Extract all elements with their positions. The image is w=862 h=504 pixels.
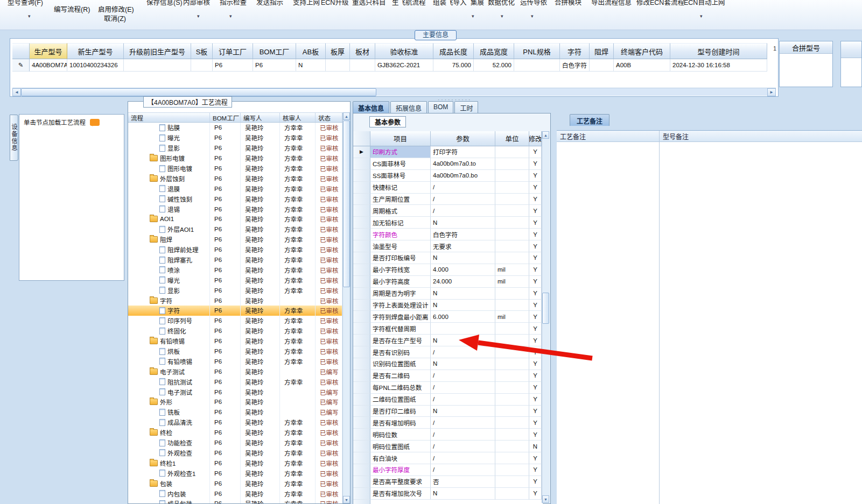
tree-row[interactable]: 电子测试P6吴艳玲已编写 — [128, 366, 342, 377]
merge-model-body[interactable] — [780, 54, 832, 87]
process-node[interactable]: 功能检查 — [128, 438, 210, 448]
dropdown-caret-icon[interactable]: ▾ — [28, 13, 31, 19]
auditor-cell[interactable]: 方幸幸 — [280, 448, 316, 458]
param-mod-cell[interactable]: Y — [529, 464, 542, 476]
status-cell[interactable]: 已审核 — [316, 438, 342, 448]
auditor-cell[interactable]: 方幸幸 — [280, 377, 316, 387]
cell[interactable]: 10010400234326 — [67, 59, 124, 72]
menu-item[interactable]: 远传导依 — [520, 0, 547, 7]
status-cell[interactable]: 已审核 — [316, 285, 342, 295]
factory-cell[interactable]: P6 — [210, 295, 241, 306]
cell[interactable] — [191, 59, 213, 72]
param-value-cell[interactable]: / — [431, 182, 495, 194]
param-unit-cell[interactable] — [495, 417, 529, 429]
param-mod-cell[interactable]: Y — [529, 335, 542, 346]
writer-cell[interactable]: 吴艳玲 — [241, 438, 280, 448]
param-column-header[interactable]: 项目 — [370, 131, 431, 146]
param-item-cell[interactable]: 周期格式 — [370, 205, 431, 217]
factory-cell[interactable]: P6 — [210, 366, 241, 377]
param-vertical-scrollbar[interactable]: ▲ ▼ — [542, 131, 550, 503]
param-value-cell[interactable]: N — [431, 406, 495, 417]
column-header[interactable]: PNL规格 — [514, 43, 560, 59]
param-mod-cell[interactable]: Y — [529, 417, 542, 429]
process-node[interactable]: 曝光 — [128, 275, 210, 285]
param-row[interactable]: 油墨型号无要求Y — [353, 240, 543, 252]
factory-cell[interactable]: P6 — [210, 194, 241, 204]
param-item-cell[interactable]: 最小字符高度 — [370, 276, 431, 288]
status-cell[interactable]: 已编写 — [316, 387, 342, 397]
tree-row[interactable]: 功能检查P6吴艳玲方幸幸已审核 — [128, 438, 342, 448]
tree-row[interactable]: 字符P6吴艳玲已审核 — [128, 295, 342, 306]
process-node[interactable]: 电子测试 — [128, 387, 210, 397]
status-cell[interactable]: 已审核 — [316, 499, 342, 503]
param-value-cell[interactable]: / — [431, 382, 495, 394]
process-node[interactable]: 包装 — [128, 478, 210, 488]
writer-cell[interactable]: 吴艳玲 — [241, 214, 280, 224]
param-item-cell[interactable]: 明码位数 — [370, 429, 431, 441]
factory-cell[interactable]: P6 — [210, 173, 241, 183]
param-mod-cell[interactable]: Y — [529, 240, 542, 252]
tree-row[interactable]: 铣板P6吴艳玲已编写 — [128, 407, 342, 417]
writer-cell[interactable]: 吴艳玲 — [241, 194, 280, 204]
auditor-cell[interactable]: 方幸幸 — [280, 164, 316, 174]
status-cell[interactable]: 已审核 — [316, 346, 342, 357]
select-all-header[interactable] — [12, 43, 30, 59]
param-item-cell[interactable]: 是否高平整度要求 — [370, 476, 431, 488]
param-mod-cell[interactable]: Y — [529, 370, 542, 382]
tree-row[interactable]: 贴膜P6吴艳玲方幸幸已审核 — [128, 123, 342, 133]
param-item-cell[interactable]: 印刷方式 — [370, 146, 431, 158]
param-row[interactable]: 有白油块/Y — [353, 452, 543, 464]
factory-cell[interactable]: P6 — [210, 123, 241, 133]
cell[interactable] — [124, 59, 191, 72]
param-value-cell[interactable]: / — [431, 370, 495, 382]
menu-item[interactable]: 组装飞导入 — [433, 0, 467, 7]
status-cell[interactable]: 已审核 — [316, 245, 342, 255]
factory-cell[interactable]: P6 — [210, 428, 241, 438]
factory-cell[interactable]: P6 — [210, 356, 241, 366]
factory-cell[interactable]: P6 — [210, 204, 241, 214]
cell[interactable] — [326, 59, 350, 72]
menu-item[interactable]: 导出流程信息 — [591, 0, 632, 7]
param-unit-cell[interactable] — [495, 394, 529, 406]
menu-item[interactable]: 重选只科目 — [352, 0, 386, 7]
param-mod-cell[interactable]: Y — [529, 194, 542, 205]
column-header[interactable]: 新生产型号 — [67, 43, 124, 59]
param-mod-cell[interactable]: Y — [529, 158, 542, 170]
process-node[interactable]: 字符 — [128, 306, 210, 316]
auditor-cell[interactable]: 方幸幸 — [280, 428, 316, 438]
menu-item[interactable]: 保存信息(S) — [146, 0, 183, 7]
param-row[interactable]: 字符到焊盘最小距离6.000milY — [353, 311, 543, 323]
cell[interactable]: GJB362C-2021 — [375, 59, 433, 72]
param-value-cell[interactable]: N — [431, 358, 495, 370]
cell[interactable]: A00B — [614, 59, 670, 72]
auditor-cell[interactable] — [280, 387, 316, 397]
process-node[interactable]: 终检 — [128, 428, 210, 438]
factory-cell[interactable]: P6 — [210, 468, 241, 478]
auditor-cell[interactable]: 方幸幸 — [280, 143, 316, 153]
cell[interactable]: N — [296, 59, 326, 72]
process-node[interactable]: 曝光 — [128, 133, 210, 143]
factory-cell[interactable]: P6 — [210, 407, 241, 417]
param-item-cell[interactable]: 是否有识别码 — [370, 346, 431, 358]
auditor-cell[interactable] — [280, 366, 316, 377]
writer-cell[interactable]: 吴艳玲 — [241, 488, 280, 499]
param-value-cell[interactable]: / — [431, 441, 495, 452]
param-value-cell[interactable]: N — [431, 252, 495, 264]
param-item-cell[interactable]: 加无铅标记 — [370, 217, 431, 229]
param-item-cell[interactable]: 每PNL二维码总数 — [370, 382, 431, 394]
column-header[interactable]: 升级前旧生产型号 — [124, 43, 191, 59]
auditor-cell[interactable]: 方幸幸 — [280, 326, 316, 336]
auditor-cell[interactable]: 方幸幸 — [280, 356, 316, 366]
auditor-cell[interactable]: 方幸幸 — [280, 214, 316, 224]
factory-cell[interactable]: P6 — [210, 265, 241, 275]
param-row[interactable]: 是否打印二维码NY — [353, 406, 543, 417]
factory-cell[interactable]: P6 — [210, 488, 241, 499]
param-unit-cell[interactable]: mil — [495, 276, 529, 288]
menu-item[interactable]: 型号查询(F) — [8, 0, 43, 7]
param-item-cell[interactable]: 是否有增加批次号 — [370, 488, 431, 500]
param-row[interactable]: 最小字符高度24.000milY — [353, 276, 543, 288]
param-value-cell[interactable]: N — [431, 488, 495, 500]
cell[interactable] — [590, 59, 614, 72]
factory-cell[interactable]: P6 — [210, 458, 241, 468]
device-info-vertical-tab[interactable]: 设备信息 — [10, 115, 18, 161]
